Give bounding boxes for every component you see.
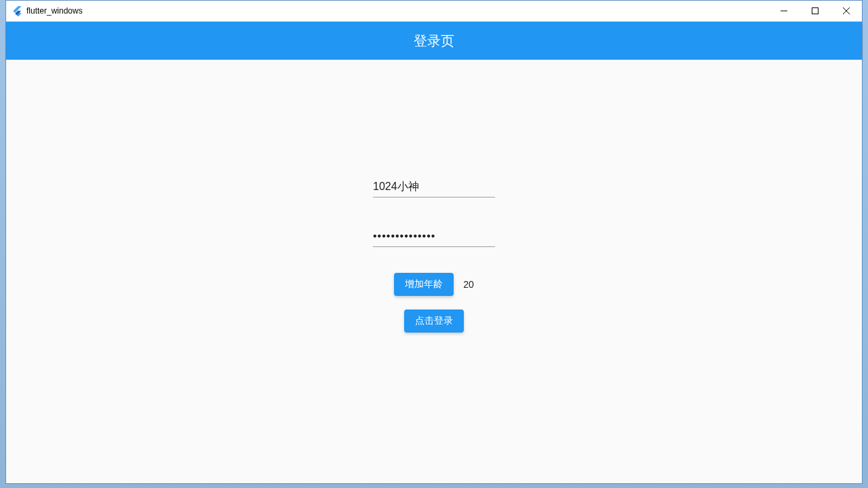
flutter-icon (12, 5, 22, 16)
username-input[interactable] (373, 175, 495, 198)
age-value: 20 (463, 279, 474, 290)
window-controls (768, 1, 862, 21)
age-row: 增加年龄 20 (394, 273, 474, 296)
password-input[interactable] (373, 225, 495, 247)
svg-rect-1 (812, 8, 818, 14)
page-title: 登录页 (414, 32, 454, 50)
close-button[interactable] (831, 1, 862, 21)
app-bar: 登录页 (6, 22, 862, 60)
increase-age-button[interactable]: 增加年龄 (394, 273, 454, 296)
window-title: flutter_windows (26, 6, 768, 16)
app-window: flutter_windows 登录页 增加年龄 20 点击登录 (5, 0, 863, 484)
login-button[interactable]: 点击登录 (404, 309, 464, 333)
maximize-button[interactable] (800, 1, 831, 21)
app-body: 增加年龄 20 点击登录 (6, 60, 862, 483)
minimize-button[interactable] (768, 1, 800, 21)
titlebar: flutter_windows (6, 1, 862, 22)
